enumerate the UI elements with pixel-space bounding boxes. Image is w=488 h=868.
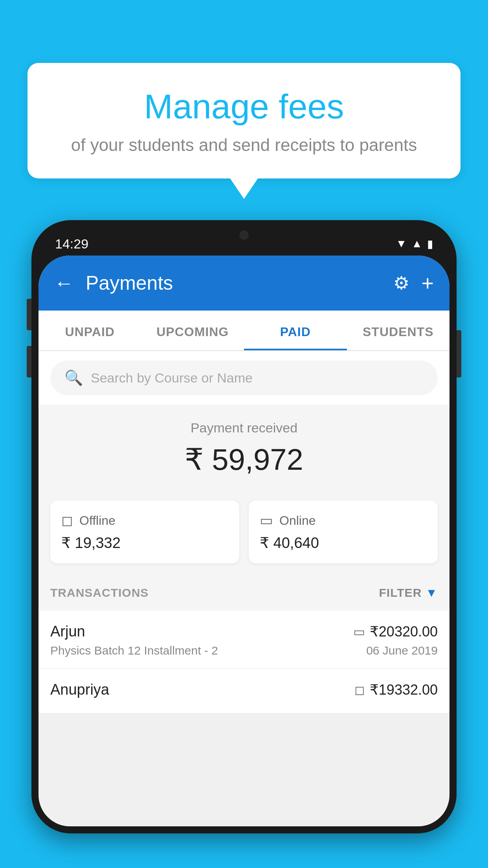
speech-bubble: Manage fees of your students and send re… [28, 63, 460, 178]
offline-payment-icon: ◻ [354, 682, 365, 697]
transaction-bottom-1: Physics Batch 12 Installment - 2 06 June… [50, 644, 438, 657]
page-title: Payments [86, 272, 382, 294]
status-icons: ▼ ▲ ▮ [396, 237, 433, 250]
search-icon: 🔍 [64, 369, 83, 386]
wifi-icon: ▼ [396, 237, 407, 250]
online-icon: ▭ [260, 512, 273, 529]
payment-total-amount: ₹ 59,972 [50, 442, 438, 477]
transaction-amount-2: ₹19332.00 [370, 682, 438, 698]
add-button[interactable]: + [421, 271, 434, 295]
back-button[interactable]: ← [54, 272, 74, 294]
offline-card: ◻ Offline ₹ 19,332 [50, 500, 239, 563]
side-btn-left-2 [27, 346, 31, 377]
phone-notch [220, 227, 268, 243]
transaction-amount-wrap-1: ▭ ₹20320.00 [353, 623, 438, 640]
tab-paid[interactable]: PAID [244, 311, 347, 350]
transaction-name-2: Anupriya [50, 681, 109, 698]
payment-cards-row: ◻ Offline ₹ 19,332 ▭ Online ₹ 40,640 [39, 500, 449, 575]
battery-icon: ▮ [427, 237, 433, 250]
transactions-header: TRANSACTIONS FILTER ▼ [39, 575, 449, 611]
payment-summary: Payment received ₹ 59,972 [39, 405, 449, 500]
app-header: ← Payments ⚙ + [39, 256, 449, 311]
payment-received-label: Payment received [50, 420, 438, 436]
filter-label: FILTER [379, 586, 422, 600]
speech-bubble-title: Manage fees [51, 86, 437, 127]
transaction-row[interactable]: Arjun ▭ ₹20320.00 Physics Batch 12 Insta… [39, 611, 449, 669]
transaction-amount-1: ₹20320.00 [370, 623, 438, 640]
gear-icon[interactable]: ⚙ [393, 272, 409, 294]
online-amount: ₹ 40,640 [260, 534, 427, 552]
phone-outer: 14:29 ▼ ▲ ▮ ← Payments ⚙ + UNPAID [31, 220, 457, 833]
transaction-amount-wrap-2: ◻ ₹19332.00 [354, 682, 438, 698]
filter-button[interactable]: FILTER ▼ [379, 586, 438, 600]
side-btn-right [457, 330, 461, 377]
online-card: ▭ Online ₹ 40,640 [249, 500, 438, 563]
phone-screen: ← Payments ⚙ + UNPAID UPCOMING PAID STUD… [39, 256, 449, 826]
tab-students[interactable]: STUDENTS [347, 311, 450, 350]
side-btn-left-1 [27, 299, 31, 330]
status-time: 14:29 [55, 236, 88, 252]
signal-icon: ▲ [411, 237, 422, 250]
online-label: Online [279, 513, 316, 528]
transaction-top-2: Anupriya ◻ ₹19332.00 [50, 681, 438, 698]
offline-label: Offline [79, 513, 116, 528]
search-bar[interactable]: 🔍 Search by Course or Name [50, 360, 438, 395]
transaction-row-2[interactable]: Anupriya ◻ ₹19332.00 [39, 669, 449, 714]
tab-upcoming[interactable]: UPCOMING [141, 311, 244, 350]
tabs-bar: UNPAID UPCOMING PAID STUDENTS [39, 311, 449, 351]
offline-card-header: ◻ Offline [61, 512, 228, 529]
filter-icon: ▼ [426, 586, 438, 600]
online-payment-icon: ▭ [353, 624, 365, 639]
search-placeholder: Search by Course or Name [91, 370, 253, 386]
tab-unpaid[interactable]: UNPAID [39, 311, 141, 350]
online-card-header: ▭ Online [260, 512, 427, 529]
transaction-top-1: Arjun ▭ ₹20320.00 [50, 623, 438, 640]
transactions-label: TRANSACTIONS [50, 586, 149, 600]
transaction-date-1: 06 June 2019 [366, 644, 438, 657]
transaction-course-1: Physics Batch 12 Installment - 2 [50, 644, 218, 657]
transaction-name-1: Arjun [50, 623, 85, 640]
camera [239, 230, 249, 240]
phone: 14:29 ▼ ▲ ▮ ← Payments ⚙ + UNPAID [31, 220, 457, 868]
speech-bubble-subtitle: of your students and send receipts to pa… [51, 135, 437, 155]
search-bar-wrap: 🔍 Search by Course or Name [39, 351, 449, 405]
offline-amount: ₹ 19,332 [61, 534, 228, 552]
offline-icon: ◻ [61, 512, 73, 529]
